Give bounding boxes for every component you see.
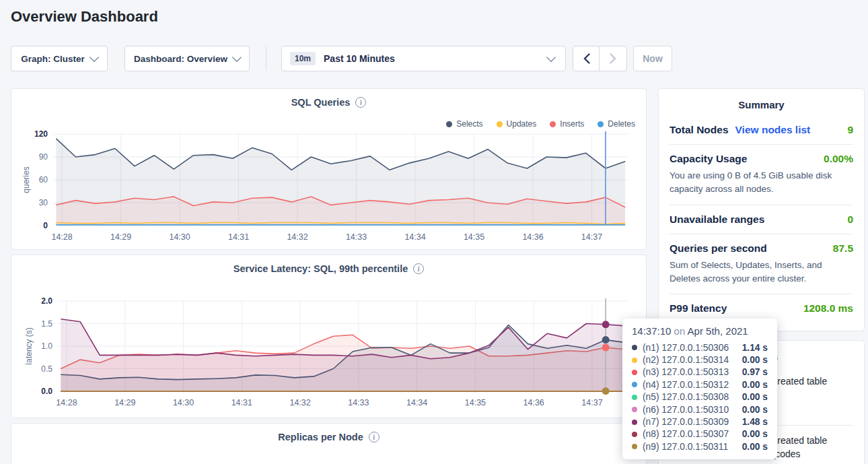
tooltip-node-row: (n9) 127.0.0.1:503110.00 s	[632, 440, 768, 453]
svg-text:0.0: 0.0	[41, 387, 52, 396]
tooltip-node-row: (n8) 127.0.0.1:503070.00 s	[632, 428, 768, 440]
node-address: (n3) 127.0.0.1:50313	[643, 367, 729, 377]
svg-text:14:33: 14:33	[346, 232, 367, 242]
time-prev-button[interactable]	[573, 46, 601, 71]
node-color-dot	[632, 370, 637, 375]
svg-text:14:35: 14:35	[464, 232, 484, 242]
node-address: (n7) 127.0.0.1:50309	[643, 417, 729, 427]
info-icon[interactable]: i	[413, 263, 424, 274]
node-color-dot	[632, 420, 637, 425]
svg-text:14:36: 14:36	[522, 232, 543, 242]
svg-text:14:34: 14:34	[404, 232, 425, 242]
svg-text:14:30: 14:30	[169, 232, 190, 242]
summary-row-description: You are using 0 B of 4.5 GiB usable disk…	[670, 169, 853, 197]
tooltip-timestamp: 14:37:10 on Apr 5th, 2021	[632, 325, 768, 337]
dashboard-dropdown-label: Dashboard: Overview	[134, 54, 227, 64]
svg-text:14:29: 14:29	[114, 398, 135, 407]
tooltip-node-row: (n2) 127.0.0.1:503140.00 s	[632, 354, 768, 366]
now-button[interactable]: Now	[633, 46, 672, 71]
chart-title-text: SQL Queries	[291, 97, 351, 108]
node-address: (n1) 127.0.0.1:50306	[643, 343, 729, 353]
time-range-badge: 10m	[290, 52, 316, 65]
service-latency-title: Service Latency: SQL, 99th percentile i	[11, 263, 646, 274]
svg-text:0: 0	[43, 221, 48, 230]
dashboard-dropdown[interactable]: Dashboard: Overview	[124, 46, 250, 71]
tooltip-date: Apr 5th, 2021	[688, 325, 748, 337]
svg-text:2.0: 2.0	[41, 296, 52, 306]
svg-text:120: 120	[34, 129, 48, 139]
summary-row-capacity-usage: Capacity Usage 0.00% You are using 0 B o…	[670, 144, 853, 205]
svg-text:14:32: 14:32	[289, 398, 310, 407]
tooltip-node-row: (n6) 127.0.0.1:503100.00 s	[632, 403, 768, 416]
node-color-dot	[632, 382, 637, 387]
summary-row-value: 87.5	[833, 242, 853, 255]
svg-text:0.5: 0.5	[41, 364, 52, 374]
chevron-down-icon	[232, 53, 242, 62]
node-color-dot	[632, 407, 637, 412]
svg-text:14:28: 14:28	[51, 232, 72, 242]
svg-text:14:31: 14:31	[228, 232, 249, 242]
node-latency-value: 1.14 s	[742, 343, 768, 353]
node-color-dot	[632, 395, 637, 400]
info-icon[interactable]: i	[369, 432, 379, 442]
summary-row-label: Unavailable ranges	[670, 213, 764, 226]
svg-text:14:35: 14:35	[465, 398, 486, 407]
node-latency-value: 1.48 s	[742, 417, 768, 427]
svg-text:14:34: 14:34	[406, 398, 427, 407]
summary-row-description: Sum of Selects, Updates, Inserts, and De…	[670, 259, 853, 286]
svg-text:14:30: 14:30	[173, 398, 194, 407]
summary-row-queries-per-second: Queries per second 87.5 Sum of Selects, …	[670, 234, 853, 294]
time-next-button[interactable]	[599, 46, 627, 71]
node-color-dot	[632, 432, 637, 437]
svg-text:14:28: 14:28	[56, 398, 77, 407]
tooltip-node-row: (n1) 127.0.0.1:503061.14 s	[632, 341, 768, 354]
node-color-dot	[632, 345, 637, 350]
tooltip-rows: (n1) 127.0.0.1:503061.14 s(n2) 127.0.0.1…	[632, 341, 768, 453]
chart-hover-tooltip: 14:37:10 on Apr 5th, 2021 (n1) 127.0.0.1…	[622, 319, 777, 459]
svg-text:1.0: 1.0	[41, 341, 52, 351]
tooltip-node-row: (n4) 127.0.0.1:503120.00 s	[632, 378, 768, 391]
tooltip-node-row: (n3) 127.0.0.1:503130.97 s	[632, 366, 768, 378]
summary-row-value: 9	[847, 124, 853, 136]
chevron-down-icon	[546, 53, 556, 62]
svg-text:90: 90	[39, 152, 48, 162]
svg-text:14:32: 14:32	[287, 232, 308, 242]
node-address: (n5) 127.0.0.1:50308	[643, 392, 729, 402]
tooltip-time: 14:37:10	[632, 325, 671, 337]
time-range-dropdown[interactable]: 10m Past 10 Minutes	[281, 46, 566, 71]
node-address: (n4) 127.0.0.1:50312	[643, 380, 729, 390]
service-latency-chart[interactable]: 14:2814:2914:3014:3114:3214:3314:3414:35…	[11, 292, 647, 419]
svg-text:queries: queries	[22, 166, 31, 193]
chart-title-text: Service Latency: SQL, 99th percentile	[233, 263, 408, 274]
view-nodes-list-link[interactable]: View nodes list	[735, 124, 811, 136]
node-latency-value: 0.00 s	[742, 392, 768, 402]
page-title: Overview Dashboard	[11, 8, 158, 26]
replicas-per-node-card: Replicas per Node i	[11, 423, 647, 464]
chart-title-text: Replicas per Node	[278, 432, 363, 442]
replicas-per-node-title: Replicas per Node i	[11, 432, 646, 442]
node-address: (n6) 127.0.0.1:50310	[643, 405, 729, 415]
node-latency-value: 0.00 s	[742, 442, 768, 452]
sql-queries-chart[interactable]: 14:2814:2914:3014:3114:3214:3314:3414:35…	[11, 126, 647, 251]
chevron-left-icon	[583, 53, 590, 64]
svg-text:14:29: 14:29	[110, 232, 131, 242]
time-range-label: Past 10 Minutes	[324, 53, 395, 64]
node-latency-value: 0.00 s	[742, 355, 768, 365]
info-icon[interactable]: i	[355, 97, 366, 108]
graph-dropdown[interactable]: Graph: Cluster	[11, 46, 108, 71]
node-latency-value: 0.00 s	[742, 429, 768, 439]
tooltip-on: on	[674, 325, 686, 337]
node-address: (n8) 127.0.0.1:50307	[643, 429, 729, 439]
tooltip-node-row: (n5) 127.0.0.1:503080.00 s	[632, 391, 768, 403]
summary-panel: Summary Total Nodes View nodes list 9 Ca…	[658, 88, 865, 331]
summary-row-unavailable-ranges: Unavailable ranges 0	[670, 205, 853, 234]
svg-text:14:33: 14:33	[348, 398, 369, 407]
svg-text:30: 30	[39, 198, 48, 207]
summary-row-value: 0.00%	[824, 153, 853, 165]
node-latency-value: 0.00 s	[742, 405, 768, 415]
sql-queries-card: SQL Queries i SelectsUpdatesInsertsDelet…	[11, 88, 647, 250]
service-latency-card: Service Latency: SQL, 99th percentile i …	[11, 255, 647, 418]
summary-row-value: 1208.0 ms	[803, 302, 853, 314]
node-address: (n2) 127.0.0.1:50314	[643, 355, 729, 365]
svg-text:14:37: 14:37	[581, 398, 602, 407]
